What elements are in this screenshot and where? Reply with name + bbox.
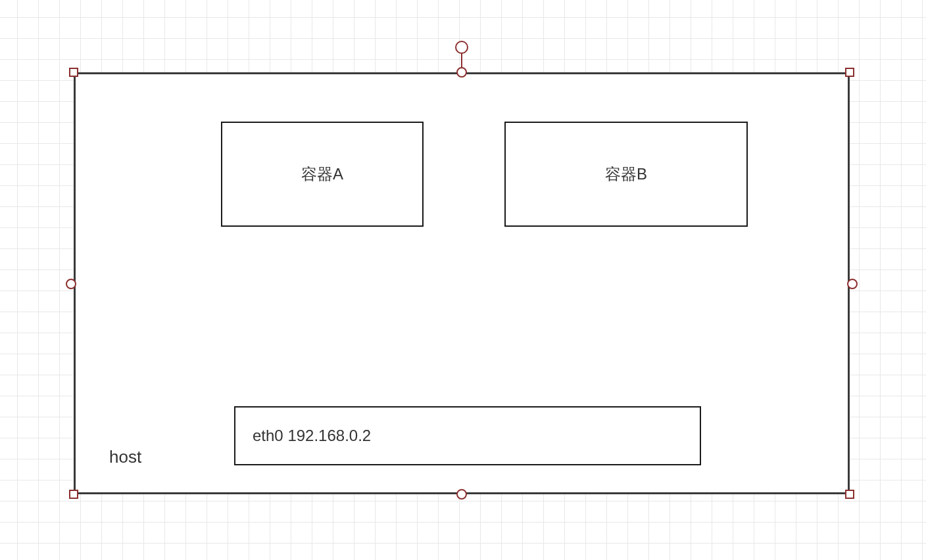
selection-handle-bottom-right[interactable] xyxy=(845,490,854,499)
container-b-label: 容器B xyxy=(605,164,647,185)
diagram-canvas[interactable]: 容器A 容器B eth0 192.168.0.2 host xyxy=(0,0,926,560)
selection-handle-top-left[interactable] xyxy=(69,68,78,77)
selection-handle-bottom-mid[interactable] xyxy=(456,489,467,500)
selection-handle-right-mid[interactable] xyxy=(847,279,858,289)
selection-handle-top-mid[interactable] xyxy=(456,67,467,78)
rotation-handle[interactable] xyxy=(455,41,468,54)
rotation-stem xyxy=(461,53,462,68)
selection-handle-bottom-left[interactable] xyxy=(69,490,78,499)
selection-handle-top-right[interactable] xyxy=(845,68,854,77)
selection-handle-left-mid[interactable] xyxy=(66,279,76,289)
eth0-box[interactable]: eth0 192.168.0.2 xyxy=(234,406,701,465)
eth0-label: eth0 192.168.0.2 xyxy=(253,427,371,445)
host-label: host xyxy=(109,447,141,467)
container-a-box[interactable]: 容器A xyxy=(221,122,424,227)
container-a-label: 容器A xyxy=(301,164,343,185)
container-b-box[interactable]: 容器B xyxy=(504,122,748,227)
